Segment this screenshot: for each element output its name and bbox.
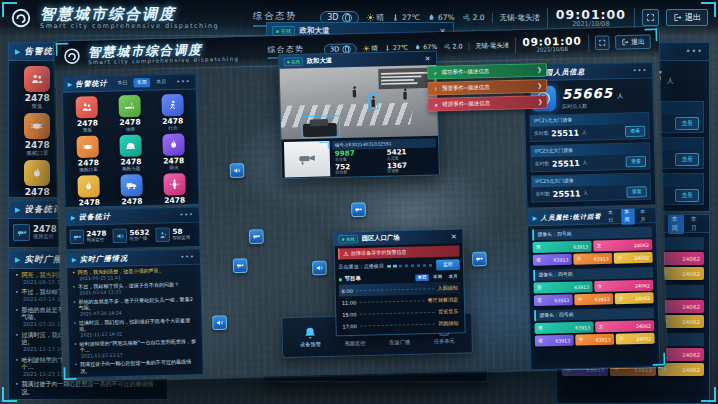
more-menu[interactable]: ••• [179, 211, 194, 219]
fullscreen-button[interactable] [595, 36, 610, 51]
popup-title: 园区人口广场 [362, 234, 400, 243]
stat-video-monitor: 2478视频监控 [13, 224, 61, 241]
behavior-icon [161, 94, 183, 116]
alarm-tile-gathering[interactable]: 2478聚集 [66, 96, 108, 134]
view-button[interactable]: 查看 [675, 189, 699, 202]
alarm-tile-fire[interactable]: 2478火灾 [68, 175, 110, 208]
exit-icon [673, 13, 682, 22]
panel-title: 设备统计 [24, 204, 62, 216]
panel-title: 实时广播情况 [80, 253, 128, 264]
playback-progress[interactable] [387, 264, 433, 268]
app-title-block: 智慧城市综合调度 Smart city comprehensive dispat… [40, 6, 219, 30]
map-marker-speaker[interactable] [230, 163, 245, 178]
tab-today[interactable]: 本日 [114, 78, 131, 88]
view-button[interactable]: 查看 [627, 186, 647, 197]
exit-icon [621, 39, 629, 47]
more-menu[interactable]: ••• [180, 253, 195, 261]
location-label: 无锡-鼋头渚 [492, 13, 540, 23]
alarm-tile-mask[interactable]: 2478佩戴口罩 [67, 135, 109, 173]
pedestrian [403, 92, 407, 100]
tab-today[interactable]: 本日 [415, 274, 429, 281]
map-marker-speaker[interactable] [312, 261, 327, 276]
tab-today[interactable]: 本日 [604, 208, 618, 225]
map-marker-camera[interactable] [472, 252, 487, 267]
tab-week[interactable]: 本周 [133, 78, 150, 88]
status-tag: 在线 [338, 234, 358, 243]
panel-arrow-icon: ▶ [533, 215, 538, 222]
close-icon[interactable]: ✕ [423, 55, 432, 63]
speaker-icon [316, 264, 324, 272]
more-menu[interactable]: ••• [686, 47, 703, 56]
wind-status: 2.0 [462, 13, 485, 22]
camera-icon [13, 224, 30, 241]
tab-month[interactable]: 本月 [153, 77, 170, 87]
chip-middle: 中63913 [575, 334, 614, 346]
tab-week[interactable]: 本周 [431, 273, 445, 280]
listen-button[interactable]: 监听 [436, 259, 460, 271]
mask-icon [24, 113, 50, 139]
people-total-value: 55665 [562, 85, 613, 102]
view-button[interactable]: 查看 [626, 156, 646, 167]
close-icon[interactable]: ✕ [449, 233, 458, 241]
camera-people-row: IPC25北大门摄像 实时数25511人查看 [530, 142, 650, 172]
panel-arrow-icon: ▶ [15, 48, 20, 56]
chevron-right-icon: ❯ [538, 99, 543, 106]
more-menu[interactable]: ••• [176, 78, 191, 86]
alarm-tile-behavior[interactable]: 2478行为 [152, 94, 194, 132]
tab-week[interactable]: 本周 [668, 214, 684, 234]
device-stats: 2478视频监控 5632应急广播 58智能监测 [66, 222, 200, 248]
camera-people-row: IPC25北大门摄像 实时数25511人查看 [529, 112, 649, 142]
fullscreen-icon [646, 13, 655, 22]
stat-broadcast: 5632应急广播 [112, 228, 153, 243]
person-crossing-icon [163, 173, 185, 195]
panel-title: 人员属性:统计回看 [541, 212, 602, 222]
map-marker-camera[interactable] [233, 258, 248, 273]
person-sensor-icon [155, 227, 170, 242]
panel-arrow-icon: ▶ [68, 81, 73, 88]
video-feed[interactable] [280, 65, 438, 140]
view-button[interactable]: 查看 [675, 117, 699, 130]
smoking-icon [118, 95, 140, 117]
tab-week[interactable]: 本周 [621, 207, 635, 224]
wind-status: 2.0 [443, 43, 463, 51]
panel-arrow-icon: ▶ [72, 256, 77, 263]
more-menu[interactable]: ••• [633, 67, 648, 75]
attribute-group: 摄像头：四号岗 男63913女24062 老63913中63913少24062 [532, 227, 652, 266]
map-marker-speaker[interactable] [212, 315, 227, 330]
map-marker-camera[interactable] [351, 202, 366, 217]
alarm-tile-fire[interactable]: 2478火灾 [13, 160, 62, 198]
alarm-tile-mask[interactable]: 2478佩戴口罩 [13, 113, 62, 157]
chip-middle: 中63913 [574, 293, 613, 305]
mask-icon [77, 136, 99, 158]
tool-device-warning[interactable]: 设备预警 [300, 325, 321, 348]
app-title: 智慧城市综合调度 [40, 6, 219, 23]
alarm-tile-helmet[interactable]: 2478佩戴头盔 [110, 134, 152, 172]
toast-warning[interactable]: !预警事件--描述信息❯ [427, 79, 547, 95]
toast-success[interactable]: ✓成功事件--描述信息❯ [427, 63, 547, 79]
fullscreen-button[interactable] [642, 9, 659, 26]
view-button[interactable]: 查看 [675, 153, 699, 166]
chevron-right-icon: ❯ [537, 83, 542, 90]
camera-people-row: IPC25北大门摄像 实时数25511人查看 [531, 173, 651, 203]
map-marker-camera[interactable] [249, 229, 264, 244]
panel-title: 告警统计 [75, 78, 107, 89]
program-list: 8:00入园须知 11:00餐厅就餐消息 15:00背景音乐 17:00闭园须知 [339, 282, 461, 332]
corner-bracket [56, 43, 69, 56]
chip-elder: 老63913 [535, 335, 574, 347]
view-button[interactable]: 查看 [625, 126, 645, 137]
program-tabs: 本日 本周 本月 [415, 273, 460, 281]
alarm-tile-smoke-fire[interactable]: 2478烟火 [153, 133, 195, 171]
tab-month[interactable]: 本月 [687, 214, 703, 234]
tab-month[interactable]: 本月 [637, 207, 651, 224]
floating-window[interactable]: 智慧城市综合调度 Smart city comprehensive dispat… [54, 27, 667, 383]
camera-info: 编号-5830214031032591 9987车流量 5421人流量 752抓… [281, 136, 439, 180]
corner-bracket [2, 2, 17, 17]
alarm-tile-boundary[interactable]: 2478人员越界 [154, 173, 196, 208]
tab-month[interactable]: 本月 [446, 273, 460, 280]
program-row[interactable]: 17:00闭园须知 [340, 317, 462, 332]
alarm-tile-smoking[interactable]: 2478抽烟 [109, 95, 151, 133]
alarm-tile-truck[interactable]: 2478土渣车预警 [111, 174, 153, 208]
camera-thumbnail [284, 141, 330, 177]
corner-bracket [644, 28, 657, 41]
camera-icon [293, 150, 322, 169]
